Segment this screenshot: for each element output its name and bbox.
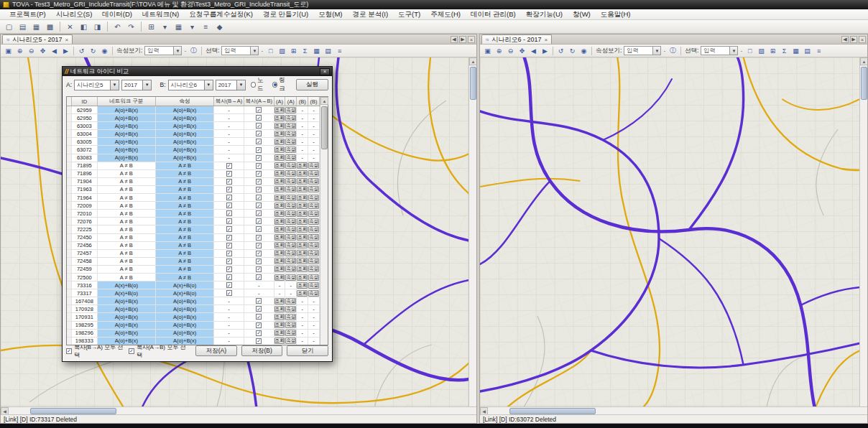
year-b-combo[interactable]: 2017 ▼ — [216, 80, 246, 90]
view-button[interactable]: 조회 — [274, 218, 285, 225]
cell-action[interactable]: 조회 — [274, 130, 286, 137]
cell-action[interactable]: 조회 — [274, 114, 286, 121]
view-button[interactable]: 조회 — [274, 330, 285, 336]
table-row[interactable]: 71963A ≠ BA ≠ B✓✓조회속성조회속성 — [67, 186, 320, 194]
table-row[interactable]: 63083A(o)+B(x)A(o)+B(x)-✓조회속성-- — [67, 154, 320, 162]
view-button[interactable]: 조회 — [274, 250, 285, 256]
cell-copy-ab[interactable]: ✓ — [244, 297, 274, 304]
table-view-icon[interactable]: ▦ — [790, 46, 801, 56]
cell-action[interactable]: 조회 — [274, 122, 286, 129]
menu-item-w[interactable]: 창(W) — [568, 9, 596, 20]
cell-action[interactable]: - — [297, 330, 308, 337]
link-radio[interactable]: 링크 — [272, 76, 289, 93]
attr-view-combo[interactable]: 입력▼ — [144, 46, 182, 55]
view-button[interactable]: 조회 — [274, 131, 285, 137]
tab-close-icon[interactable]: × — [65, 37, 68, 43]
copy-ba-select-all[interactable]: ✓ 복사(B→A) 모두 선택 — [66, 343, 124, 359]
cell-copy-ba[interactable]: ✓ — [214, 266, 244, 273]
close-button[interactable]: 닫기 — [287, 345, 328, 356]
table-row[interactable]: 72076A ≠ BA ≠ B✓✓조회속성조회속성 — [67, 218, 320, 225]
scroll-up-icon[interactable]: ▲ — [469, 57, 476, 65]
cell-action[interactable]: - — [297, 154, 308, 162]
menu-item-m[interactable]: 모형(M) — [313, 9, 347, 20]
table-row[interactable]: 71964A ≠ BA ≠ B✓✓조회속성조회속성 — [67, 194, 320, 202]
cell-action[interactable]: 조회 — [297, 258, 308, 265]
cell-action[interactable]: 속성 — [285, 330, 297, 337]
cell-copy-ba[interactable]: - — [214, 122, 244, 129]
cell-copy-ba[interactable]: ✓ — [214, 250, 244, 257]
attr-button[interactable]: 속성 — [285, 258, 296, 264]
table-row[interactable]: 72500A ≠ BA ≠ B✓✓조회속성조회속성 — [67, 274, 320, 282]
cell-action[interactable]: 조회 — [274, 218, 286, 225]
zoom-in-icon[interactable]: ⊕ — [14, 46, 25, 56]
attr-button[interactable]: 속성 — [285, 274, 296, 281]
view-button[interactable]: 조회 — [297, 195, 308, 201]
cell-action[interactable]: 속성 — [308, 242, 320, 249]
table-row[interactable]: 72458A ≠ BA ≠ B✓✓조회속성조회속성 — [67, 258, 320, 266]
checkbox-checked-icon[interactable]: ✓ — [226, 195, 232, 200]
cell-action[interactable]: 속성 — [285, 106, 297, 113]
locate-icon[interactable]: ◉ — [99, 46, 110, 56]
scenario-b-combo[interactable]: 시나리오6 ▼ — [168, 80, 213, 90]
cell-action[interactable]: 속성 — [308, 170, 320, 177]
checkbox-checked-icon[interactable]: ✓ — [256, 218, 262, 224]
cell-copy-ab[interactable]: ✓ — [244, 218, 274, 225]
cell-action[interactable]: 조회 — [274, 250, 286, 257]
checkbox-checked-icon[interactable]: ✓ — [256, 115, 262, 121]
checkbox-checked-icon[interactable]: ✓ — [256, 123, 262, 129]
cell-action[interactable]: - — [297, 146, 308, 153]
attr-button[interactable]: 속성 — [285, 131, 296, 137]
cell-action[interactable]: 속성 — [308, 202, 320, 209]
save-icon[interactable]: ▦ — [30, 21, 42, 32]
cell-copy-ab[interactable]: ✓ — [244, 322, 274, 329]
cell-copy-ab[interactable]: ✓ — [244, 313, 274, 320]
cell-copy-ab[interactable]: ✓ — [244, 242, 274, 249]
checkbox-checked-icon[interactable]: ✓ — [129, 348, 134, 354]
cell-action[interactable]: 속성 — [285, 162, 297, 169]
theme-icon[interactable]: ◆ — [213, 21, 226, 32]
menu-item-p[interactable]: 프로젝트(P) — [4, 9, 51, 20]
attr-button[interactable]: 속성 — [308, 258, 319, 264]
checkbox-checked-icon[interactable]: ✓ — [256, 314, 262, 320]
cell-copy-ab[interactable]: ✓ — [244, 305, 274, 312]
cell-action[interactable]: 속성 — [285, 234, 297, 241]
cut-icon[interactable]: ✕ — [64, 21, 76, 32]
cell-copy-ba[interactable]: ✓ — [214, 282, 244, 289]
cell-action[interactable]: 속성 — [308, 194, 320, 201]
checkbox-checked-icon[interactable]: ✓ — [256, 195, 262, 200]
attr-button[interactable]: 속성 — [308, 290, 319, 297]
attr-button[interactable]: 속성 — [285, 234, 296, 241]
vertical-scroll-thumb[interactable] — [861, 67, 867, 100]
tab-scroll-left-icon[interactable]: ◀ — [451, 36, 458, 43]
view-button[interactable]: 조회 — [297, 226, 308, 233]
cell-copy-ab[interactable]: - — [244, 289, 274, 297]
cell-action[interactable]: 조회 — [274, 322, 286, 329]
paste-icon[interactable]: ◨ — [91, 21, 103, 32]
cell-action[interactable]: 조회 — [297, 218, 308, 225]
vertical-scrollbar-left[interactable]: ▲ — [468, 57, 476, 406]
cell-copy-ba[interactable]: - — [214, 106, 244, 113]
view-button[interactable]: 조회 — [274, 210, 285, 217]
cell-action[interactable]: 속성 — [308, 266, 320, 273]
sum-icon[interactable]: Σ — [300, 46, 310, 56]
attr-button[interactable]: 속성 — [308, 226, 319, 233]
checkbox-checked-icon[interactable]: ✓ — [256, 243, 262, 248]
checkbox-checked-icon[interactable]: ✓ — [256, 107, 262, 113]
next-view-icon[interactable]: ▶ — [540, 46, 550, 56]
select-hatch-icon[interactable]: ▧ — [756, 46, 767, 56]
cell-action[interactable]: - — [297, 122, 308, 129]
cell-action[interactable]: - — [308, 297, 320, 304]
cell-action[interactable]: - — [285, 289, 297, 297]
view-button[interactable]: 조회 — [274, 170, 285, 177]
cell-action[interactable]: - — [308, 106, 320, 113]
checkbox-checked-icon[interactable]: ✓ — [256, 235, 262, 241]
tab-scroll-right-icon[interactable]: ▶ — [459, 36, 466, 43]
checkbox-checked-icon[interactable]: ✓ — [226, 259, 232, 264]
view-button[interactable]: 조회 — [297, 170, 308, 177]
cell-action[interactable]: 조회 — [274, 274, 286, 281]
view-button[interactable]: 조회 — [297, 274, 308, 281]
dialog-close-icon[interactable]: × — [320, 68, 330, 75]
vertical-scrollbar-right[interactable]: ▲ — [859, 57, 867, 406]
cell-action[interactable]: 속성 — [308, 210, 320, 217]
attr-button[interactable]: 속성 — [285, 154, 296, 161]
